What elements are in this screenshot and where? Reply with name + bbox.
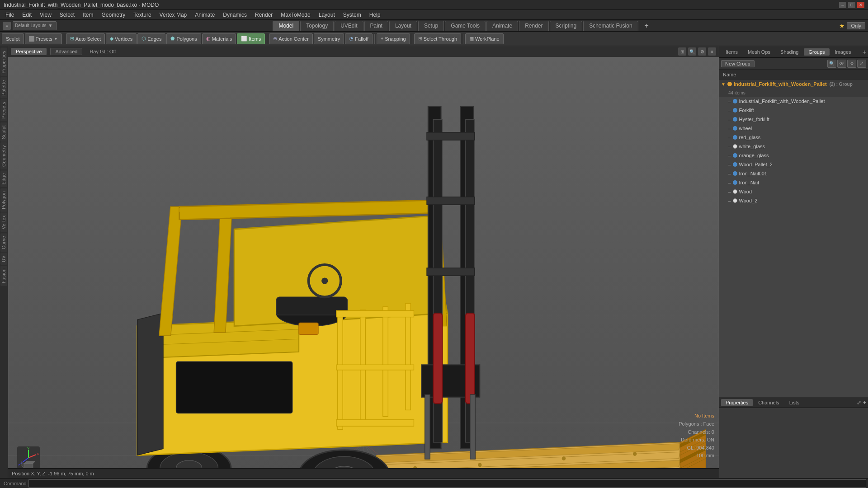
sidebar-tab-fusion[interactable]: Fusion — [0, 266, 7, 286]
vertices-button[interactable]: ◆ Vertices — [106, 33, 137, 44]
menu-texture[interactable]: Texture — [130, 11, 155, 19]
menu-help[interactable]: Help — [366, 11, 384, 19]
only-button[interactable]: Only — [847, 22, 865, 29]
list-item-5[interactable]: – red_glass — [719, 133, 868, 142]
sidebar-tab-edge[interactable]: Edge — [0, 170, 7, 187]
mode-tab-layout[interactable]: Layout — [389, 21, 417, 31]
list-item-1[interactable]: – Industrial_Forklift_with_Wooden_Pallet — [719, 97, 868, 106]
materials-button[interactable]: ◐ Materials — [202, 33, 236, 44]
items-settings-button[interactable]: ⚙ — [847, 60, 856, 68]
bottom-tab-lists[interactable]: Lists — [785, 399, 804, 406]
menu-geometry[interactable]: Geometry — [98, 11, 129, 19]
items-search-button[interactable]: 🔍 — [827, 60, 836, 68]
add-tab-button[interactable]: + — [639, 21, 654, 31]
menu-maxtomodo[interactable]: MaxToModo — [277, 11, 314, 19]
action-center-button[interactable]: ⊕ Action Center — [269, 33, 313, 44]
menu-vertexmap[interactable]: Vertex Map — [156, 11, 191, 19]
rpanel-tab-images[interactable]: Images — [830, 48, 856, 56]
mode-tab-setup[interactable]: Setup — [418, 21, 444, 31]
falloff-button[interactable]: ◔ Falloff — [345, 33, 373, 44]
list-item-8[interactable]: – Wood_Pallet_2 — [719, 160, 868, 169]
menu-view[interactable]: View — [36, 11, 55, 19]
group-header-row[interactable]: ▼ Industrial_Forklift_with_Wooden_Pallet… — [719, 80, 868, 89]
list-item-3[interactable]: – Hyster_forklift — [719, 115, 868, 124]
sidebar-tab-vertex[interactable]: Vertex — [0, 212, 7, 232]
list-item-7[interactable]: – orange_glass — [719, 151, 868, 160]
mode-tab-paint[interactable]: Paint — [364, 21, 388, 31]
rpanel-add-button[interactable]: + — [863, 48, 866, 56]
viewport-settings-icon[interactable]: ⚙ — [698, 47, 706, 56]
minimize-button[interactable]: – — [839, 2, 846, 8]
select-through-button[interactable]: ⊞ Select Through — [414, 33, 461, 44]
symmetry-button[interactable]: Symmetry — [314, 33, 344, 44]
sidebar-tab-geometry[interactable]: Geometry — [0, 142, 7, 169]
viewport-zoom-icon[interactable]: 🔍 — [688, 47, 696, 56]
menu-file[interactable]: File — [2, 11, 18, 19]
new-group-button[interactable]: New Group — [721, 60, 755, 67]
bottom-tab-properties[interactable]: Properties — [721, 399, 753, 406]
close-button[interactable]: ✕ — [857, 2, 864, 8]
sidebar-tab-uv[interactable]: UV — [0, 253, 7, 265]
list-item-6[interactable]: – white_glass — [719, 142, 868, 151]
items-list[interactable]: ▼ Industrial_Forklift_with_Wooden_Pallet… — [719, 80, 868, 397]
viewport-3d[interactable]: Perspective Advanced Ray GL: Off ⊞ 🔍 ⚙ ≡ — [8, 46, 719, 478]
menu-edit[interactable]: Edit — [19, 11, 35, 19]
bottom-add-button[interactable]: + — [863, 399, 866, 406]
snapping-button[interactable]: ⌖ Snapping — [377, 33, 410, 44]
presets-button[interactable]: Presets ▼ — [25, 33, 62, 44]
menu-select[interactable]: Select — [56, 11, 78, 19]
maximize-button[interactable]: □ — [848, 2, 855, 8]
rpanel-tab-meshops[interactable]: Mesh Ops — [743, 48, 775, 56]
mode-tab-render[interactable]: Render — [519, 21, 548, 31]
menu-dynamics[interactable]: Dynamics — [219, 11, 250, 19]
sidebar-tab-palette[interactable]: Palette — [0, 77, 7, 99]
edges-button[interactable]: ⬡ Edges — [137, 33, 165, 44]
mode-tab-animate[interactable]: Animate — [486, 21, 518, 31]
items-lock-button[interactable]: 👁 — [837, 60, 846, 68]
menu-item[interactable]: Item — [79, 11, 97, 19]
bottom-expand-button[interactable]: ⤢ — [857, 399, 861, 406]
polygons-label: Polygons — [176, 36, 197, 42]
list-item-2[interactable]: – Forklift — [719, 106, 868, 115]
sidebar-tab-curve[interactable]: Curve — [0, 233, 7, 252]
auto-select-button[interactable]: ⊞ Auto Select — [66, 33, 105, 44]
list-item-4[interactable]: – wheel — [719, 124, 868, 133]
command-input[interactable] — [28, 479, 866, 488]
sculpt-button[interactable]: Sculpt — [2, 33, 24, 44]
rpanel-tab-shading[interactable]: Shading — [776, 48, 803, 56]
sidebar-tab-polygon[interactable]: Polygon — [0, 188, 7, 212]
mode-tab-gametools[interactable]: Game Tools — [445, 21, 486, 31]
layout-icon[interactable]: ≡ — [3, 22, 11, 30]
menu-layout[interactable]: Layout — [315, 11, 339, 19]
menu-animate[interactable]: Animate — [191, 11, 218, 19]
bottom-tab-channels[interactable]: Channels — [754, 399, 783, 406]
workplane-label: WorkPlane — [475, 36, 500, 42]
workplane-button[interactable]: ▦ WorkPlane — [465, 33, 504, 44]
list-item-11[interactable]: – Wood — [719, 187, 868, 196]
rpanel-tab-items[interactable]: Items — [721, 48, 742, 56]
sidebar-tab-properties[interactable]: Properties — [0, 48, 7, 76]
mode-tab-schematic[interactable]: Schematic Fusion — [583, 21, 638, 31]
viewport-layout-icon[interactable]: ⊞ — [678, 47, 686, 56]
list-item-9[interactable]: – Iron_Nail001 — [719, 169, 868, 178]
star-button[interactable]: ★ — [839, 22, 845, 29]
item-name-10: Iron_Nail — [739, 180, 759, 185]
menu-system[interactable]: System — [340, 11, 365, 19]
mode-tab-topology[interactable]: Topology — [300, 21, 334, 31]
list-item-12[interactable]: – Wood_2 — [719, 196, 868, 205]
list-item-10[interactable]: – Iron_Nail — [719, 178, 868, 187]
viewport-menu-icon[interactable]: ≡ — [708, 47, 716, 56]
polygons-button[interactable]: ⬟ Polygons — [166, 33, 201, 44]
perspective-tab[interactable]: Perspective — [11, 48, 47, 55]
mode-tab-uvedit[interactable]: UVEdit — [335, 21, 363, 31]
items-button[interactable]: ⬜ Items — [237, 33, 265, 44]
sidebar-tab-presets[interactable]: Presets — [0, 99, 7, 121]
advanced-tab[interactable]: Advanced — [50, 48, 82, 55]
mode-tab-model[interactable]: Model — [273, 21, 299, 31]
mode-tab-scripting[interactable]: Scripting — [550, 21, 583, 31]
sidebar-tab-sculpt[interactable]: Sculpt — [0, 122, 7, 142]
items-expand-button[interactable]: ⤢ — [857, 60, 866, 68]
layout-dropdown[interactable]: Default Layouts ▼ — [13, 21, 57, 30]
rpanel-tab-groups[interactable]: Groups — [804, 48, 829, 56]
menu-render[interactable]: Render — [251, 11, 276, 19]
